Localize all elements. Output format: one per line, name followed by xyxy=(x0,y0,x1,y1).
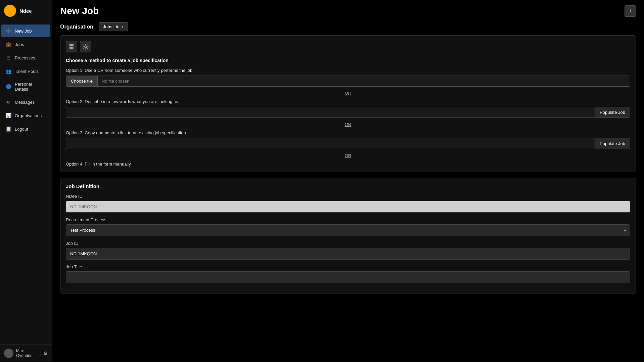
option2-label: Option 2: Describe in a few words what y… xyxy=(66,99,630,104)
svg-rect-2 xyxy=(70,47,73,49)
option2-text-input[interactable] xyxy=(66,107,595,118)
toolbar xyxy=(66,41,630,52)
user-avatar xyxy=(4,349,13,358)
talent-pools-icon: 👥 xyxy=(5,68,11,74)
job-definition-card: Job Definition NDee ID Recruitment Proce… xyxy=(60,178,636,293)
recruitment-process-select[interactable]: Test Process xyxy=(66,224,630,236)
sidebar-item-messages[interactable]: ✉ Messages xyxy=(1,96,50,108)
sidebar-item-label: Logout xyxy=(15,127,28,132)
ndee-id-input[interactable] xyxy=(66,201,630,213)
create-method-heading: Choose a method to create a job specific… xyxy=(66,58,630,63)
sidebar-item-logout[interactable]: 🔲 Logout xyxy=(1,123,50,135)
chevron-down-icon: ▾ xyxy=(122,25,124,29)
new-job-icon: ➕ xyxy=(5,28,11,34)
settings-icon-button[interactable] xyxy=(80,41,91,52)
ndee-id-group: NDee ID xyxy=(66,194,630,213)
job-definition-title: Job Definition xyxy=(66,183,630,189)
or-divider-2: OR xyxy=(66,122,630,127)
logout-icon: 🔲 xyxy=(5,126,11,132)
populate-job-button-2[interactable]: Populate Job xyxy=(595,138,630,149)
sidebar-item-label: Jobs xyxy=(15,42,24,47)
job-id-input[interactable] xyxy=(66,248,630,260)
recruitment-process-select-wrapper: Test Process xyxy=(66,224,630,236)
job-id-group: Job ID xyxy=(66,241,630,260)
sidebar-item-talent-pools[interactable]: 👥 Talent Pools xyxy=(1,65,50,78)
populate-job-button-1[interactable]: Populate Job xyxy=(595,107,630,118)
main-content: New Job + Organisation Jobs Ltd ▾ xyxy=(52,0,644,362)
content-area: Choose a method to create a job specific… xyxy=(52,35,644,362)
processes-icon: ☰ xyxy=(5,55,11,61)
sidebar-item-label: Talent Pools xyxy=(15,69,39,74)
gear-icon[interactable]: ⚙ xyxy=(43,351,48,356)
choose-file-button[interactable]: Choose file xyxy=(66,76,98,86)
option2-input-row: Populate Job xyxy=(66,107,630,118)
messages-icon: ✉ xyxy=(5,99,11,105)
sidebar-item-label: Organisations xyxy=(15,113,42,118)
sidebar-nav: ➕ New Job 💼 Jobs ☰ Processes 👥 Talent Po… xyxy=(0,21,52,344)
job-id-label: Job ID xyxy=(66,241,630,246)
option3-input-row: Populate Job xyxy=(66,138,630,149)
sidebar-item-new-job[interactable]: ➕ New Job xyxy=(1,25,50,37)
job-title-label: Job Title xyxy=(66,264,630,269)
org-dropdown-value: Jobs Ltd xyxy=(103,24,120,29)
header: New Job + xyxy=(52,0,644,19)
brand-avatar xyxy=(4,5,16,17)
sidebar-item-jobs[interactable]: 💼 Jobs xyxy=(1,38,50,51)
job-title-group: Job Title xyxy=(66,264,630,283)
page-title: New Job xyxy=(60,6,99,16)
job-title-input[interactable] xyxy=(66,271,630,283)
save-icon-button[interactable] xyxy=(66,41,77,52)
sidebar: Ndee ➕ New Job 💼 Jobs ☰ Processes 👥 Tale… xyxy=(0,0,52,362)
option4-label: Option 4: Fill in the form manually xyxy=(66,162,630,167)
svg-point-3 xyxy=(85,46,87,48)
organisations-icon: 📊 xyxy=(5,112,11,119)
sidebar-item-label: Personal Details xyxy=(15,82,46,92)
option3-text-input[interactable] xyxy=(66,138,595,149)
personal-details-icon: 🔵 xyxy=(5,84,11,90)
sidebar-footer: Max Ovenden ⚙ xyxy=(0,344,52,362)
org-row: Organisation Jobs Ltd ▾ xyxy=(52,19,644,35)
sidebar-item-organisations[interactable]: 📊 Organisations xyxy=(1,109,50,122)
create-method-card: Choose a method to create a job specific… xyxy=(60,35,636,172)
sidebar-item-label: Processes xyxy=(15,55,35,60)
file-name-label: No file chosen xyxy=(98,76,630,86)
sidebar-logo: Ndee xyxy=(0,0,52,21)
sidebar-item-processes[interactable]: ☰ Processes xyxy=(1,51,50,64)
organisation-dropdown[interactable]: Jobs Ltd ▾ xyxy=(99,22,128,31)
ndee-id-label: NDee ID xyxy=(66,194,630,199)
jobs-icon: 💼 xyxy=(5,41,11,47)
or-divider-1: OR xyxy=(66,91,630,96)
sidebar-item-label: New Job xyxy=(15,29,32,34)
user-name: Max Ovenden xyxy=(16,349,41,358)
add-button[interactable]: + xyxy=(625,5,636,17)
file-input-row: Choose file No file chosen xyxy=(66,76,630,87)
sidebar-item-label: Messages xyxy=(15,100,35,105)
recruitment-process-label: Recruitment Process xyxy=(66,217,630,222)
org-label: Organisation xyxy=(60,24,93,30)
or-divider-3: OR xyxy=(66,153,630,158)
brand-name: Ndee xyxy=(19,8,32,14)
option1-label: Option 1: Use a CV from someone who curr… xyxy=(66,68,630,73)
svg-rect-1 xyxy=(70,44,73,46)
sidebar-item-personal-details[interactable]: 🔵 Personal Details xyxy=(1,78,50,95)
recruitment-process-group: Recruitment Process Test Process xyxy=(66,217,630,236)
option3-label: Option 3: Copy and paste a link to an ex… xyxy=(66,130,630,135)
